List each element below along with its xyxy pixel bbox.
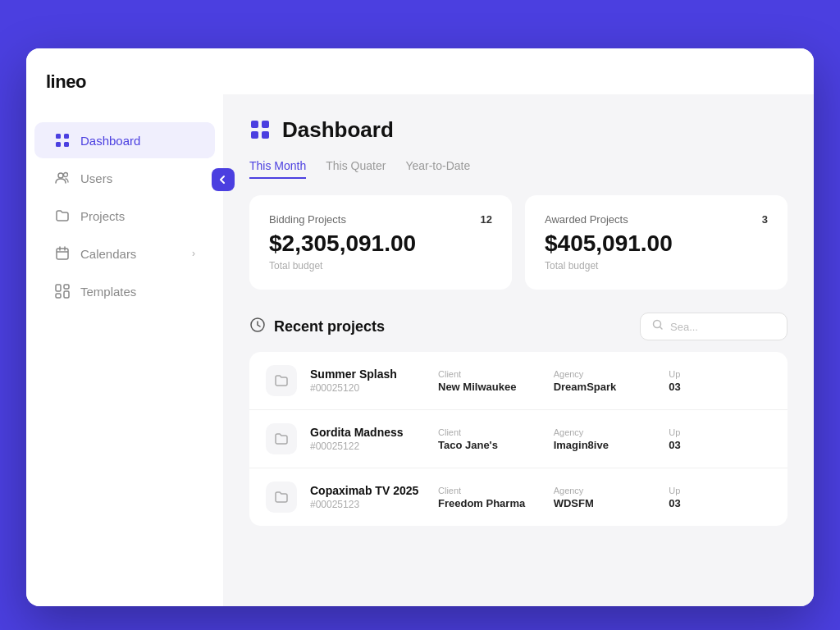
search-box[interactable] (640, 313, 788, 340)
stat-awarded-sublabel: Total budget (545, 260, 768, 272)
client-label: Client (438, 369, 541, 379)
sidebar-item-templates[interactable]: Templates (34, 273, 215, 309)
svg-rect-9 (56, 294, 61, 298)
table-row: Summer Splash #00025120 Client New Milwa… (249, 352, 788, 410)
client-label: Client (438, 427, 541, 437)
svg-rect-14 (262, 131, 269, 139)
agency-label: Agency (554, 486, 656, 495)
updated-field: Up 03 (669, 427, 771, 451)
svg-rect-13 (251, 131, 258, 139)
client-value: New Milwaukee (438, 381, 541, 393)
sidebar-item-calendars[interactable]: Calendars › (34, 235, 215, 272)
updated-label: Up (669, 427, 771, 437)
updated-value: 03 (669, 497, 771, 509)
sidebar-item-users[interactable]: Users (34, 160, 215, 196)
tab-this-month[interactable]: This Month (249, 159, 306, 179)
templates-icon (54, 283, 71, 299)
stat-awarded-value: $405,091.00 (545, 231, 768, 257)
table-row: Copaximab TV 2025 #00025123 Client Freed… (249, 468, 788, 526)
client-label: Client (438, 486, 541, 495)
svg-rect-8 (64, 285, 69, 289)
content-area: Dashboard This Month This Quater Year-to… (223, 94, 814, 606)
projects-table: Summer Splash #00025120 Client New Milwa… (249, 352, 788, 526)
svg-rect-6 (57, 249, 68, 259)
svg-rect-10 (64, 291, 69, 298)
stat-card-awarded: Awarded Projects 3 $405,091.00 Total bud… (525, 195, 788, 290)
logo: lineo (26, 71, 223, 122)
main-content: Dashboard This Month This Quater Year-to… (223, 48, 814, 606)
updated-value: 03 (669, 439, 771, 451)
project-info: Gordita Madness #00025122 (310, 426, 425, 452)
svg-point-5 (64, 173, 68, 177)
project-folder-icon (266, 482, 297, 513)
users-icon (54, 170, 71, 186)
project-id: #00025122 (310, 441, 425, 452)
project-name: Summer Splash (310, 368, 425, 381)
updated-field: Up 03 (669, 369, 771, 393)
collapse-sidebar-button[interactable] (212, 168, 235, 191)
stat-bidding-label: Bidding Projects (269, 213, 346, 226)
stat-awarded-count: 3 (762, 213, 768, 226)
stat-awarded-label: Awarded Projects (545, 213, 628, 226)
agency-field: Agency Imagin8ive (554, 427, 656, 451)
agency-value: DreamSpark (554, 381, 656, 393)
top-bar (223, 48, 814, 94)
project-name: Copaximab TV 2025 (310, 484, 425, 497)
svg-rect-11 (251, 121, 258, 128)
agency-field: Agency WDSFM (554, 486, 656, 509)
stat-bidding-sublabel: Total budget (269, 260, 492, 272)
tab-this-quarter[interactable]: This Quater (326, 159, 386, 179)
search-input[interactable] (670, 321, 775, 333)
project-folder-icon (266, 423, 297, 454)
page-title: Dashboard (282, 117, 394, 143)
sidebar-item-dashboard[interactable]: Dashboard (34, 122, 215, 158)
client-field: Client Freedom Pharma (438, 486, 541, 509)
tab-year-to-date[interactable]: Year-to-Date (405, 159, 470, 179)
dashboard-icon (249, 119, 272, 142)
stat-card-bidding: Bidding Projects 12 $2,305,091.00 Total … (249, 195, 512, 290)
agency-label: Agency (554, 427, 656, 437)
svg-rect-1 (64, 134, 69, 139)
calendar-icon (54, 245, 71, 262)
stat-bidding-count: 12 (481, 213, 492, 226)
project-name: Gordita Madness (310, 426, 425, 439)
client-value: Freedom Pharma (438, 497, 541, 509)
updated-label: Up (669, 369, 771, 379)
recent-projects-title: Recent projects (274, 318, 385, 336)
client-value: Taco Jane's (438, 439, 541, 451)
agency-value: Imagin8ive (554, 439, 656, 451)
project-folder-icon (266, 365, 297, 396)
svg-rect-0 (56, 134, 61, 139)
section-header: Recent projects (249, 313, 788, 340)
project-info: Copaximab TV 2025 #00025123 (310, 484, 425, 510)
page-header: Dashboard (249, 117, 788, 143)
project-id: #00025120 (310, 382, 425, 394)
updated-value: 03 (669, 381, 771, 393)
svg-rect-2 (56, 142, 61, 147)
clock-icon (249, 317, 266, 336)
section-title-area: Recent projects (249, 317, 385, 336)
sidebar-item-label: Projects (80, 209, 125, 223)
sidebar-item-label: Users (80, 171, 112, 185)
sidebar-item-label: Calendars (80, 247, 136, 261)
sidebar-item-label: Templates (80, 285, 136, 299)
folder-icon (54, 208, 71, 224)
updated-label: Up (669, 486, 771, 495)
svg-rect-12 (262, 121, 269, 128)
chevron-right-icon: › (192, 248, 195, 259)
sidebar-item-projects[interactable]: Projects (34, 198, 215, 234)
client-field: Client New Milwaukee (438, 369, 541, 393)
agency-field: Agency DreamSpark (554, 369, 656, 393)
client-field: Client Taco Jane's (438, 427, 541, 451)
sidebar: lineo Dashboard (26, 48, 223, 606)
agency-value: WDSFM (554, 497, 656, 509)
project-info: Summer Splash #00025120 (310, 368, 425, 394)
svg-rect-7 (56, 285, 61, 291)
svg-rect-3 (64, 142, 69, 147)
agency-label: Agency (554, 369, 656, 379)
sidebar-nav: Dashboard Users (26, 122, 223, 309)
stats-row: Bidding Projects 12 $2,305,091.00 Total … (249, 195, 788, 290)
stat-bidding-value: $2,305,091.00 (269, 231, 492, 257)
svg-point-4 (58, 173, 63, 178)
search-icon (652, 319, 664, 334)
